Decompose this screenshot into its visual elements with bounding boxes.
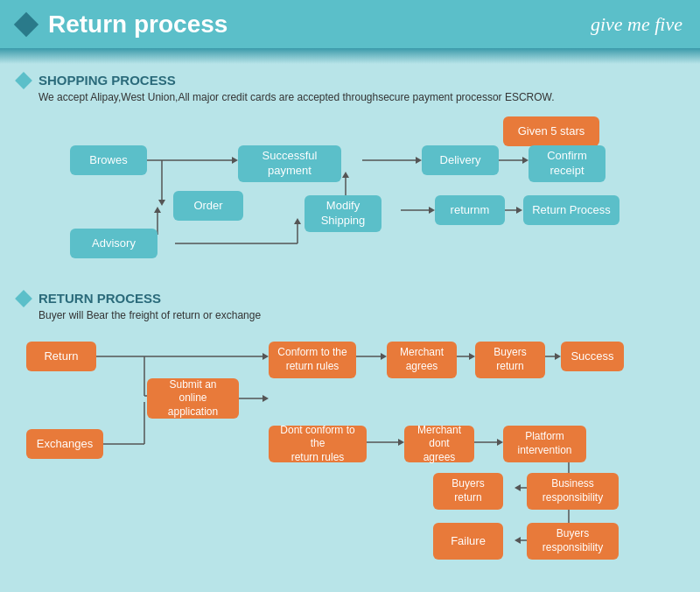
svg-marker-39	[398, 439, 404, 446]
shopping-section-title: SHOPPING PROCESS	[18, 73, 682, 88]
svg-marker-8	[522, 157, 528, 164]
conform-box: Conform to the return rules	[269, 342, 356, 378]
svg-marker-22	[294, 218, 301, 224]
return-flow: Return Submit an online application Exch…	[18, 330, 682, 584]
return-box: Return	[26, 342, 96, 371]
platform-box: Platform intervention	[503, 426, 586, 462]
svg-marker-17	[516, 207, 522, 214]
svg-marker-31	[469, 353, 475, 360]
svg-marker-29	[381, 353, 387, 360]
page-title: Return process	[48, 11, 228, 39]
successful-payment-box: Successful payment	[238, 145, 341, 182]
svg-marker-15	[429, 207, 435, 214]
dont-conform-box: Dont conform to the return rules	[269, 426, 367, 462]
header-logo: give me five	[591, 13, 682, 36]
merchant-dont-box: Merchant dont agrees	[404, 426, 474, 462]
shopping-flow: Given 5 stars Browes Successful payment …	[18, 112, 682, 287]
svg-marker-33	[555, 353, 561, 360]
success-box: Success	[561, 342, 624, 371]
main-content: SHOPPING PROCESS We accept Alipay,West U…	[0, 64, 700, 592]
return-description: Buyer will Bear the freight of return or…	[18, 309, 682, 321]
order-box: Order	[173, 191, 243, 221]
shopping-description: We accept Alipay,West Union,All major cr…	[18, 91, 682, 103]
browes-box: Browes	[70, 145, 147, 175]
exchanges-box: Exchanges	[26, 429, 103, 459]
header-diamond	[14, 11, 38, 36]
svg-marker-3	[158, 200, 165, 206]
svg-marker-1	[232, 157, 238, 164]
advisory-box: Advisory	[70, 229, 158, 258]
diamond-icon-return	[15, 290, 32, 307]
delivery-box: Delivery	[422, 145, 499, 175]
svg-marker-13	[342, 172, 349, 178]
header: Return process give me five	[0, 0, 700, 48]
diamond-icon-shopping	[15, 72, 32, 89]
confirm-receipt-box: Confirm receipt	[528, 145, 606, 182]
svg-marker-27	[262, 353, 269, 360]
failure-box: Failure	[433, 523, 503, 560]
given-5-stars-box: Given 5 stars	[503, 116, 599, 146]
svg-marker-6	[416, 157, 422, 164]
buyers-return-1-box: Buyers return	[475, 342, 545, 378]
svg-marker-44	[514, 484, 521, 491]
submit-box: Submit an online application	[147, 378, 239, 419]
returnm-box: returnm	[435, 195, 505, 225]
svg-marker-41	[497, 439, 503, 446]
modify-shipping-box: Modify Shipping	[304, 195, 382, 232]
svg-marker-19	[154, 207, 161, 213]
return-section-title: RETURN PROCESS	[18, 291, 682, 306]
header-ribbon	[0, 48, 700, 64]
svg-marker-35	[262, 395, 269, 402]
svg-marker-47	[514, 537, 521, 544]
buyers-resp-box: Buyers responsibility	[527, 523, 619, 560]
buyers-return-2-box: Buyers return	[433, 473, 503, 510]
merchant-agrees-box: Merchant agrees	[387, 342, 457, 378]
business-resp-box: Business responsibility	[527, 473, 619, 510]
return-process-box: Return Process	[523, 195, 620, 225]
